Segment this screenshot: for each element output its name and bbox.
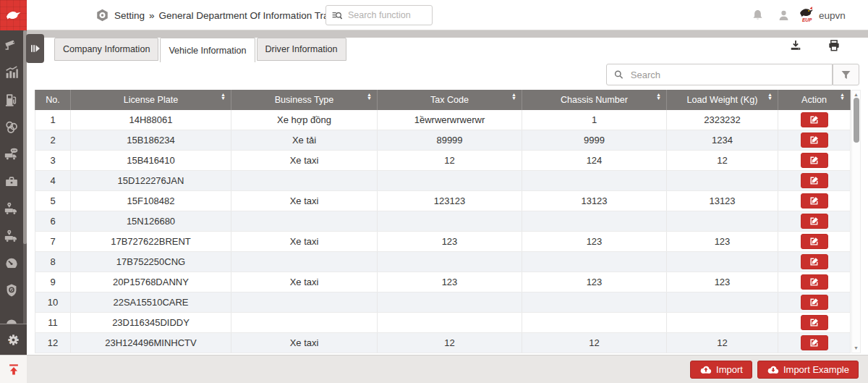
shield-icon [4, 282, 20, 298]
cell-business-type [231, 211, 378, 231]
sidebar-item-cctv[interactable] [0, 32, 23, 59]
briefcase-icon [4, 174, 20, 190]
edit-button[interactable] [801, 315, 828, 330]
sidebar-item-fuel[interactable] [0, 86, 23, 114]
download-icon[interactable] [788, 38, 803, 56]
table-row: 215B186234Xe tải8999999991234 [35, 130, 851, 151]
module-hexagon-icon [95, 7, 110, 26]
tab-strip-background [27, 30, 868, 38]
settings-gear-icon [5, 332, 22, 348]
edit-pencil-icon [809, 318, 819, 327]
table-scrollbar[interactable]: ▲ ▼ [851, 90, 861, 353]
cell-chassis-number: 123 [522, 272, 667, 292]
sidebar-collapse-toggle[interactable] [26, 34, 44, 63]
edit-button[interactable] [801, 274, 828, 290]
cell-business-type [231, 292, 378, 312]
column-header-business-type[interactable]: Business Type▲▼ [231, 90, 378, 110]
edit-button[interactable] [801, 295, 828, 310]
function-search-box[interactable] [326, 5, 433, 25]
column-header-chassis-number[interactable]: Chassis Number▲▼ [522, 90, 667, 110]
vehicle-table: No.License Plate▲▼Business Type▲▼Tax Cod… [35, 90, 851, 353]
cell-tax-code: 12 [378, 333, 522, 353]
sidebar-item-services[interactable] [0, 168, 23, 195]
print-icon[interactable] [827, 38, 841, 56]
column-header-load-weight-kg[interactable]: Load Weight (Kg)▲▼ [667, 90, 778, 110]
notifications-bell-icon[interactable] [750, 8, 765, 26]
edit-button[interactable] [801, 254, 828, 269]
cell-chassis-number: 124 [522, 151, 667, 170]
cell-tax-code [378, 292, 522, 312]
sort-icon[interactable]: ▲▼ [656, 93, 661, 100]
filter-button[interactable] [833, 64, 859, 85]
cell-chassis-number: 1 [522, 110, 667, 130]
cell-no: 9 [35, 272, 71, 292]
sort-icon[interactable]: ▲▼ [511, 93, 516, 100]
edit-button[interactable] [801, 234, 828, 249]
bar-chart-icon [4, 64, 20, 80]
gauge-icon [4, 256, 20, 272]
cell-chassis-number [522, 292, 667, 312]
sidebar-scrollbar[interactable] [23, 30, 27, 355]
sidebar-item-settings[interactable] [0, 324, 27, 355]
sidebar-item-fees[interactable] [0, 114, 23, 141]
scrollbar-down-arrow[interactable]: ▼ [852, 345, 860, 352]
function-search-input[interactable] [346, 9, 427, 21]
breadcrumb-section: Setting [114, 10, 145, 21]
edit-button[interactable] [801, 193, 828, 209]
sidebar-items [0, 32, 23, 332]
tab-driver-information[interactable]: Driver Information [257, 38, 346, 61]
sidebar-item-security[interactable] [0, 277, 23, 304]
scrollbar-thumb[interactable] [854, 98, 859, 143]
sort-icon[interactable]: ▲▼ [840, 93, 845, 100]
edit-button[interactable] [801, 335, 828, 350]
scroll-top-corner[interactable] [0, 355, 27, 383]
app-logo[interactable] [0, 0, 27, 30]
coins-icon [4, 119, 20, 135]
table-search-input[interactable] [629, 69, 825, 81]
cell-license-plate: 17B752250CNG [71, 252, 231, 272]
sidebar-scrollbar-thumb[interactable] [23, 30, 27, 244]
sort-icon[interactable]: ▲▼ [221, 93, 226, 100]
tab-company-information[interactable]: Company Information [54, 38, 158, 61]
cell-tax-code: 1ềwrwerwrwerwr [378, 110, 522, 130]
user-account-icon[interactable] [776, 8, 791, 26]
cell-no: 5 [35, 191, 71, 211]
table-row: 415D122276JAN [35, 171, 851, 191]
table-header-row: No.License Plate▲▼Business Type▲▼Tax Cod… [35, 90, 851, 110]
cell-business-type: Xe taxi [231, 272, 378, 292]
sidebar-item-reports[interactable] [0, 59, 23, 87]
edit-pencil-icon [809, 277, 819, 287]
sidebar-item-vehicle-routes[interactable] [0, 222, 23, 250]
sidebar-item-dispatch[interactable] [0, 140, 23, 168]
sort-icon[interactable]: ▲▼ [767, 93, 773, 100]
column-label: Chassis Number [561, 95, 628, 105]
column-header-action[interactable]: Action▲▼ [778, 90, 851, 110]
cell-action [778, 333, 851, 353]
truck-pin-alt-icon [4, 228, 20, 244]
cell-license-plate: 17B727622BRENT [71, 232, 231, 251]
table-search-box[interactable] [606, 64, 833, 85]
edit-button[interactable] [801, 173, 828, 188]
edit-button[interactable] [801, 153, 828, 168]
table-row: 515F108482Xe taxi1231231312313123 [35, 191, 851, 211]
eup-logo-icon: EUP [798, 5, 817, 28]
import-button[interactable]: Import [690, 361, 752, 379]
import-example-button[interactable]: Import Example [757, 361, 859, 379]
table-row: 114H88061Xe hợp đồng1ềwrwerwrwerwr123232… [35, 110, 851, 130]
cell-chassis-number [522, 252, 667, 272]
edit-button[interactable] [801, 214, 828, 229]
cell-load-weight: 12 [667, 151, 778, 170]
cell-license-plate: 15B186234 [71, 130, 231, 150]
tab-vehicle-information[interactable]: Vehicle Information [160, 38, 255, 62]
sidebar-item-dashboard[interactable] [0, 250, 23, 277]
username-label[interactable]: eupvn [819, 0, 846, 30]
import-example-button-label: Import Example [783, 364, 849, 375]
sidebar-item-vehicle-tracking[interactable] [0, 195, 23, 223]
column-header-license-plate[interactable]: License Plate▲▼ [71, 90, 231, 110]
sort-icon[interactable]: ▲▼ [367, 93, 372, 100]
svg-text:EUP: EUP [802, 17, 812, 22]
column-header-tax-code[interactable]: Tax Code▲▼ [378, 90, 522, 110]
edit-button[interactable] [801, 112, 828, 127]
edit-button[interactable] [801, 132, 828, 148]
cell-license-plate: 15B416410 [71, 151, 231, 170]
